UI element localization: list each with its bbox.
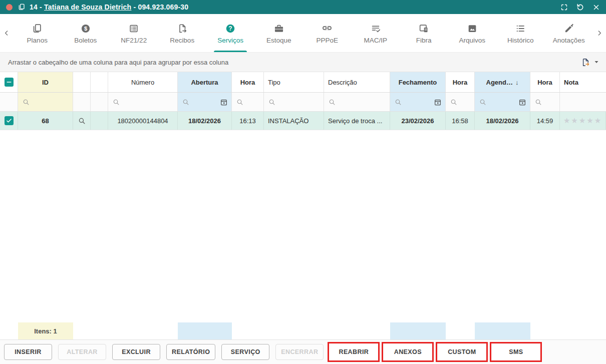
column-header-label: Hora [453,79,468,86]
filter-cell-agendamento[interactable] [475,93,530,111]
tabs-scroll-left-icon[interactable] [0,29,13,37]
anexos-button[interactable]: ANEXOS [384,344,432,360]
column-header-descricao[interactable]: Descrição [324,72,390,92]
excluir-button[interactable]: EXCLUIR [112,344,160,360]
column-header-hora-fechamento[interactable]: Hora [446,72,475,92]
window-titlebar: 14 - Tatiana de Souza Dietrich - 094.923… [0,0,606,14]
fullscreen-icon[interactable] [559,2,569,12]
column-header-fechamento[interactable]: Fechamento [390,72,446,92]
alterar-button[interactable]: ALTERAR [58,344,106,360]
filter-cell-hora-agendamento[interactable] [530,93,560,111]
button-frame: EXCLUIR [110,342,162,362]
select-all-checkbox[interactable] [5,78,14,87]
tab-pppoe[interactable]: PPPoE [303,14,352,52]
footer-cell-select [0,322,18,339]
tab-macip[interactable]: MAC/IP [352,14,400,52]
column-header-id[interactable]: ID [18,72,73,92]
table-row[interactable]: 68 18020000144804 18/02/2026 16:13 INSTA… [0,112,606,130]
row-checkbox-checked[interactable] [5,116,14,125]
servico-button[interactable]: SERVIÇO [221,344,269,360]
filter-cell-fechamento[interactable] [390,93,446,111]
column-header-label: Tipo [268,79,280,86]
tab-label: Boletos [74,37,97,44]
cell-nota[interactable]: ★★★★★ [560,112,606,130]
filter-cell-descricao[interactable] [324,93,390,111]
calendar-icon[interactable] [434,98,442,106]
filter-cell-id[interactable] [18,93,73,111]
tabs-scroll-right-icon[interactable] [593,29,606,37]
column-header-label: Hora [537,79,552,86]
group-by-bar[interactable]: Arrastar o cabeçalho de uma coluna para … [0,53,606,72]
tab-anotacoes[interactable]: Anotações [545,14,593,52]
layers-check-icon [370,22,381,34]
filter-cell-abertura[interactable] [178,93,232,111]
tab-label: Fibra [416,37,432,44]
footer-cell-agendamento [475,322,530,339]
footer-cell-nota [560,322,606,339]
calendar-icon[interactable] [518,98,526,106]
column-header-nota[interactable]: Nota [560,72,606,92]
pencil-icon [563,22,574,34]
filter-cell-action [73,93,91,111]
column-header-label: Hora [240,79,255,86]
footer-cell-abertura [178,322,232,339]
reabrir-button[interactable]: REABRIR [330,344,378,360]
device-card-icon [418,22,429,34]
row-search-icon[interactable] [78,117,86,125]
highlight-frame: CUSTOM [436,342,488,362]
relatorio-button[interactable]: RELATÓRIO [166,344,215,360]
highlight-frame: REABRIR [328,342,380,362]
star-rating-icon[interactable]: ★★★★★ [563,116,602,125]
filter-cell-hora-fechamento[interactable] [446,93,475,111]
cell-descricao: Serviço de troca ... [324,112,390,130]
filter-cell-numero[interactable] [108,93,178,111]
column-header-label: Número [131,79,154,86]
tab-bar: Planos $ Boletos NF21/22 Recibos ? Servi… [0,14,606,53]
tab-recibos[interactable]: Recibos [158,14,207,52]
column-header-label: Nota [564,79,578,86]
tab-fibra[interactable]: Fibra [400,14,448,52]
column-header-numero[interactable]: Número [108,72,178,92]
client-id-prefix: 14 - [30,3,44,11]
footer-cell-tipo [264,322,324,339]
custom-button[interactable]: CUSTOM [438,344,486,360]
column-header-hora-agendamento[interactable]: Hora [530,72,560,92]
filter-cell-tipo[interactable] [264,93,324,111]
sms-button[interactable]: SMS [492,344,540,360]
tab-arquivos[interactable]: Arquivos [448,14,497,52]
encerrar-button[interactable]: ENCERRAR [275,344,324,360]
tab-nf2122[interactable]: NF21/22 [110,14,158,52]
column-header-hora-abertura[interactable]: Hora [232,72,264,92]
grid-filter-row [0,93,606,112]
row-select-cell [0,112,18,130]
invoice-grid-icon [128,22,139,34]
tab-estoque[interactable]: Estoque [255,14,304,52]
refresh-icon[interactable] [575,2,585,12]
footer-cell-spacer [91,322,108,339]
tab-historico[interactable]: Histórico [496,14,545,52]
copy-icon[interactable] [17,2,27,12]
image-icon [467,22,478,34]
export-menu-button[interactable] [581,58,599,67]
column-header-agendamento[interactable]: Agend…↓ [475,72,530,92]
client-name-link[interactable]: Tatiana de Souza Dietrich [44,3,131,11]
cell-fechamento: 23/02/2026 [390,112,446,130]
column-header-tipo[interactable]: Tipo [264,72,324,92]
close-icon[interactable] [591,2,601,12]
column-header-abertura[interactable]: Abertura [178,72,232,92]
highlight-frame: ANEXOS [382,342,434,362]
calendar-icon[interactable] [220,98,228,106]
button-frame: ENCERRAR [273,342,326,362]
filter-cell-nota[interactable] [560,93,606,111]
column-header-label: Agend… [486,79,513,86]
column-header-spacer [91,72,108,92]
tab-boletos[interactable]: $ Boletos [62,14,110,52]
svg-text:$: $ [84,26,87,32]
grid-empty-area[interactable] [0,130,606,322]
tab-planos[interactable]: Planos [13,14,62,52]
grid-header-row: ID Número Abertura Hora Tipo Descrição F… [0,72,606,93]
tab-servicos[interactable]: ? Serviços [206,14,255,52]
inserir-button[interactable]: INSERIR [4,344,52,360]
cell-id: 68 [18,112,73,130]
filter-cell-hora-abertura[interactable] [232,93,264,111]
